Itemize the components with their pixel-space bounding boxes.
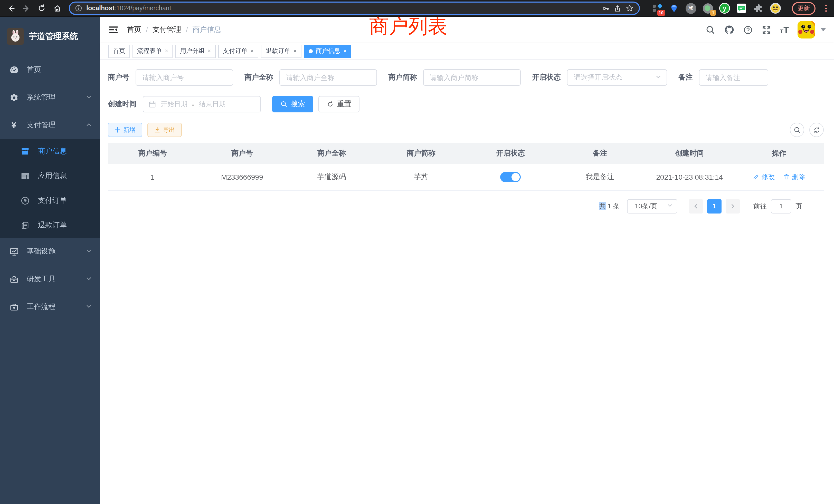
- tab-merchant-info[interactable]: 商户信息×: [304, 44, 352, 58]
- page-suffix-label: 页: [795, 202, 802, 211]
- remark-label: 备注: [678, 73, 693, 82]
- breadcrumb: 首页 / 支付管理 / 商户信息: [127, 25, 221, 35]
- password-key-icon[interactable]: [602, 4, 610, 12]
- remark-input[interactable]: [699, 69, 768, 86]
- document-copy-icon: [20, 221, 31, 230]
- sidebar-item-system[interactable]: 系统管理: [0, 84, 100, 111]
- extension-blocks-icon[interactable]: 10: [651, 3, 662, 14]
- col-short-name: 商户简称: [376, 143, 466, 164]
- end-date-placeholder: 结束日期: [199, 99, 226, 109]
- briefcase-icon: [8, 302, 20, 312]
- user-avatar[interactable]: [797, 21, 815, 39]
- sidebar-item-pay-order[interactable]: ¥ 支付订单: [0, 188, 100, 213]
- browser-chrome: localhost:1024/pay/merchant 10 ⌘: [0, 0, 834, 17]
- search-button[interactable]: 搜索: [272, 96, 313, 112]
- merchant-shortname-label: 商户简称: [388, 73, 417, 82]
- toggle-search-icon[interactable]: [790, 123, 804, 137]
- browser-home-icon[interactable]: [51, 3, 63, 14]
- url-bar[interactable]: localhost:1024/pay/merchant: [69, 2, 640, 15]
- site-info-icon[interactable]: [75, 5, 82, 12]
- help-icon[interactable]: [743, 25, 753, 35]
- status-toggle[interactable]: [500, 172, 521, 182]
- close-icon[interactable]: ×: [165, 48, 168, 54]
- sidebar-item-pay[interactable]: ¥ 支付管理: [0, 111, 100, 139]
- table-header-row: 商户编号 商户号 商户全称 商户简称 开启状态 备注 创建时间 操作: [108, 143, 824, 164]
- gear-icon: [8, 93, 20, 102]
- browser-update-button[interactable]: 更新: [792, 2, 815, 15]
- page-1-button[interactable]: 1: [707, 199, 722, 213]
- fullscreen-icon[interactable]: [762, 25, 771, 35]
- browser-forward-icon[interactable]: [21, 3, 32, 14]
- table-toolbar: 新增 导出: [108, 123, 824, 137]
- sidebar-item-infra[interactable]: 基础设施: [0, 238, 100, 265]
- storefront-icon: [20, 147, 31, 156]
- sidebar-item-workflow[interactable]: 工作流程: [0, 293, 100, 321]
- merchant-shortname-input[interactable]: [423, 69, 521, 86]
- edit-link[interactable]: 修改: [753, 173, 775, 182]
- chevron-down-icon: [86, 275, 92, 283]
- extension-proxy-icon[interactable]: 1: [702, 3, 713, 14]
- reset-button[interactable]: 重置: [319, 96, 359, 112]
- bookmark-star-icon[interactable]: [626, 4, 634, 12]
- sidebar-item-label: 工作流程: [27, 302, 86, 312]
- chevron-down-icon: [86, 303, 92, 311]
- calendar-icon: [148, 100, 156, 108]
- cell-merchant-no: M233666999: [197, 164, 287, 190]
- profile-emoji-icon[interactable]: [770, 3, 781, 14]
- close-icon[interactable]: ×: [250, 48, 254, 54]
- prev-page-button[interactable]: [689, 199, 703, 213]
- breadcrumb-home[interactable]: 首页: [127, 25, 141, 35]
- cell-full-name: 芋道源码: [287, 164, 376, 190]
- app-logo[interactable]: 芋道管理系统: [0, 17, 100, 56]
- red-annotation-text: 商户列表: [369, 17, 447, 36]
- goto-label: 前往: [753, 202, 767, 211]
- table-grid-icon: [20, 171, 31, 181]
- sidebar-item-devtools[interactable]: 研发工具: [0, 265, 100, 293]
- extension-pin-icon[interactable]: [668, 3, 679, 14]
- goto-page-input[interactable]: [771, 199, 791, 213]
- browser-reload-icon[interactable]: [36, 3, 47, 14]
- avatar-caret-icon[interactable]: [821, 28, 826, 31]
- search-icon[interactable]: [706, 25, 716, 35]
- extension-badge: 1: [710, 9, 716, 16]
- tab-process-form[interactable]: 流程表单×: [132, 44, 173, 58]
- browser-menu-icon[interactable]: [825, 5, 827, 12]
- navbar-actions: TT: [706, 21, 826, 39]
- extension-y-icon[interactable]: y: [719, 3, 730, 14]
- create-time-range-picker[interactable]: 开始日期 - 结束日期: [143, 96, 261, 112]
- export-button[interactable]: 导出: [147, 123, 182, 137]
- page-size-select[interactable]: 10条/页: [627, 199, 677, 213]
- search-form-row-1: 商户号 商户全称 商户简称 开启状态 请选择开启状态: [108, 69, 824, 86]
- next-page-button[interactable]: [726, 199, 740, 213]
- share-icon[interactable]: [614, 4, 621, 12]
- merchant-no-input[interactable]: [136, 69, 233, 86]
- extension-command-icon[interactable]: ⌘: [685, 3, 696, 14]
- close-icon[interactable]: ×: [344, 48, 347, 54]
- delete-link[interactable]: 删除: [783, 173, 805, 182]
- font-size-icon[interactable]: TT: [780, 25, 789, 34]
- extensions-puzzle-icon[interactable]: [753, 3, 764, 14]
- sidebar-item-merchant-info[interactable]: 商户信息: [0, 139, 100, 164]
- add-button[interactable]: 新增: [108, 123, 142, 137]
- tab-pay-order[interactable]: 支付订单×: [218, 44, 259, 58]
- sidebar-item-app-info[interactable]: 应用信息: [0, 164, 100, 188]
- tab-home[interactable]: 首页: [108, 44, 130, 58]
- github-icon[interactable]: [724, 25, 734, 35]
- sidebar-fold-icon[interactable]: [108, 25, 118, 35]
- refresh-icon[interactable]: [809, 123, 824, 137]
- sidebar: 芋道管理系统 首页 系统管理 ¥ 支付管理: [0, 17, 100, 504]
- tab-user-group[interactable]: 用户分组×: [175, 44, 216, 58]
- breadcrumb-pay[interactable]: 支付管理: [153, 25, 181, 35]
- close-icon[interactable]: ×: [293, 48, 297, 54]
- merchant-fullname-input[interactable]: [279, 69, 377, 86]
- sidebar-item-refund-order[interactable]: 退款订单: [0, 213, 100, 238]
- browser-back-icon[interactable]: [5, 3, 17, 14]
- tab-refund-order[interactable]: 退款订单×: [261, 44, 302, 58]
- url-path: :1024/pay/merchant: [114, 5, 171, 12]
- close-icon[interactable]: ×: [208, 48, 211, 54]
- status-select[interactable]: 请选择开启状态: [567, 69, 667, 86]
- tags-view: 首页 流程表单× 用户分组× 支付订单× 退款订单× 商户信息×: [100, 43, 834, 60]
- sidebar-item-home[interactable]: 首页: [0, 56, 100, 84]
- extension-chat-icon[interactable]: [736, 3, 747, 14]
- start-date-placeholder: 开始日期: [161, 99, 188, 109]
